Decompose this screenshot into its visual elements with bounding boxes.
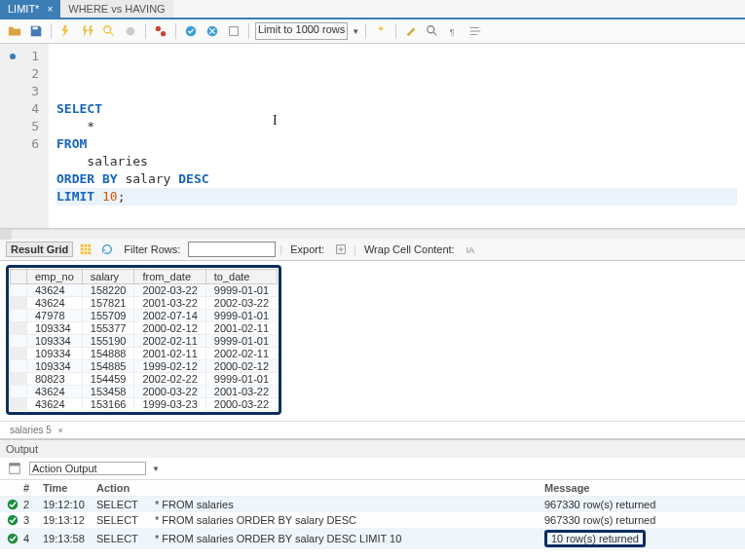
cell[interactable]: 2001-02-11 [134,348,205,360]
table-row[interactable]: 1093341551902002-02-119999-01-01 [11,335,278,348]
output-panel-icon[interactable] [6,460,23,477]
cell[interactable]: 43624 [27,398,83,411]
cell[interactable]: 109334 [27,322,83,335]
cell[interactable]: 109334 [27,360,83,373]
cell[interactable]: 155709 [82,310,134,322]
cell[interactable]: 153166 [82,398,134,411]
wrap-icon[interactable] [466,22,484,40]
dropdown-arrow-icon[interactable]: ▼ [352,27,359,36]
filter-rows-input[interactable] [188,242,276,257]
commit-icon[interactable] [182,22,200,40]
tab-limit[interactable]: LIMIT* × [0,0,60,18]
cell[interactable]: 154459 [82,373,134,386]
cell[interactable]: 154888 [82,348,134,360]
cell[interactable]: 1999-02-12 [134,360,205,373]
table-row[interactable]: 1093341548851999-02-122000-02-12 [11,360,278,373]
result-sub-tabs: salaries 5 × [0,421,745,439]
cell[interactable]: 155190 [82,335,134,348]
cell[interactable]: 2002-03-22 [134,284,205,297]
cell[interactable]: 2001-03-22 [134,297,205,310]
success-icon [6,514,19,526]
cell[interactable]: 2002-07-14 [134,310,205,322]
column-header[interactable]: to_date [205,270,277,284]
find-icon[interactable] [424,22,441,40]
horizontal-scrollbar[interactable] [0,229,745,239]
cell[interactable]: 47978 [27,310,83,322]
table-row[interactable]: 436241582202002-03-229999-01-01 [11,284,278,297]
code-line[interactable]: LIMIT 10; [56,188,737,205]
sub-tab-salaries[interactable]: salaries 5 × [6,424,67,436]
beautify-icon[interactable] [372,22,390,40]
export-icon[interactable] [332,241,350,258]
cell[interactable]: 9999-01-01 [205,310,277,322]
code-line[interactable]: salaries [56,153,737,170]
cell[interactable]: 2002-02-11 [205,348,277,360]
output-row[interactable]: 219:12:10SELECT* FROM salaries967330 row… [0,497,745,512]
output-type-select[interactable]: Action Output [29,462,146,475]
tab-where-vs-having[interactable]: WHERE vs HAVING [60,0,172,18]
wrap-cell-icon[interactable]: IA [463,241,480,258]
cell[interactable]: 2000-02-12 [205,360,277,373]
open-icon[interactable] [6,22,23,40]
cell[interactable]: 153458 [82,386,134,398]
table-row[interactable]: 436241578212001-03-222002-03-22 [11,297,278,310]
cell[interactable]: 2002-02-11 [134,335,205,348]
table-row[interactable]: 1093341553772000-02-122001-02-11 [11,322,278,335]
stop-on-error-icon[interactable] [152,22,169,40]
code-area[interactable]: I SELECT *FROM salariesORDER BY salary D… [49,44,745,228]
cell[interactable]: 1999-03-23 [134,398,205,411]
table-row[interactable]: 808231544592002-02-229999-01-01 [11,373,278,386]
toggle-invisible-icon[interactable]: ¶ [445,22,463,40]
table-row[interactable]: 436241531661999-03-232000-03-22 [11,398,278,411]
cell[interactable]: 43624 [27,386,83,398]
result-grid[interactable]: emp_nosalaryfrom_dateto_date436241582202… [10,269,278,411]
refresh-icon[interactable] [98,241,116,258]
column-header[interactable]: from_date [134,270,205,284]
stop-icon[interactable] [122,22,139,40]
cell[interactable]: 154885 [82,360,134,373]
cell[interactable]: 2000-03-22 [134,386,205,398]
column-header[interactable]: emp_no [27,270,83,284]
column-header[interactable]: salary [82,270,134,284]
close-icon[interactable]: × [58,426,63,435]
cell[interactable]: 109334 [27,348,83,360]
close-icon[interactable]: × [47,4,53,15]
save-icon[interactable] [27,22,45,40]
table-row[interactable]: 1093341548882001-02-112002-02-11 [11,348,278,360]
execute-icon[interactable] [57,22,75,40]
cell[interactable]: 2002-03-22 [205,297,277,310]
cell[interactable]: 9999-01-01 [205,335,277,348]
cell[interactable]: 2000-02-12 [134,322,205,335]
result-grid-tab[interactable]: Result Grid [6,242,73,257]
cell[interactable]: 109334 [27,335,83,348]
brush-icon[interactable] [402,22,420,40]
dropdown-arrow-icon[interactable]: ▼ [152,465,160,473]
cell[interactable]: 157821 [82,297,134,310]
cell[interactable]: 2001-02-11 [205,322,277,335]
code-line[interactable]: ORDER BY salary DESC [56,170,737,188]
execute-step-icon[interactable] [79,22,96,40]
explain-icon[interactable] [100,22,118,40]
code-line[interactable]: SELECT [56,100,737,118]
grid-view-icon[interactable] [77,241,94,258]
output-row[interactable]: 319:13:12SELECT* FROM salaries ORDER BY … [0,512,745,528]
cell[interactable]: 80823 [27,373,83,386]
table-row[interactable]: 479781557092002-07-149999-01-01 [11,310,278,322]
code-line[interactable]: * [56,118,737,135]
cell[interactable]: 9999-01-01 [205,373,277,386]
cell[interactable]: 2001-03-22 [205,386,277,398]
limit-rows-select[interactable]: Limit to 1000 rows [255,22,348,40]
autocommit-icon[interactable] [225,22,242,40]
cell[interactable]: 155377 [82,322,134,335]
output-row[interactable]: 419:13:58SELECT* FROM salaries ORDER BY … [0,528,745,549]
cell[interactable]: 43624 [27,297,83,310]
cell[interactable]: 9999-01-01 [205,284,277,297]
sql-editor[interactable]: 123456 I SELECT *FROM salariesORDER BY s… [0,44,745,229]
cell[interactable]: 158220 [82,284,134,297]
rollback-icon[interactable] [204,22,221,40]
table-row[interactable]: 436241534582000-03-222001-03-22 [11,386,278,398]
code-line[interactable]: FROM [56,135,737,153]
cell[interactable]: 2000-03-22 [205,398,277,411]
cell[interactable]: 43624 [27,284,83,297]
cell[interactable]: 2002-02-22 [134,373,205,386]
